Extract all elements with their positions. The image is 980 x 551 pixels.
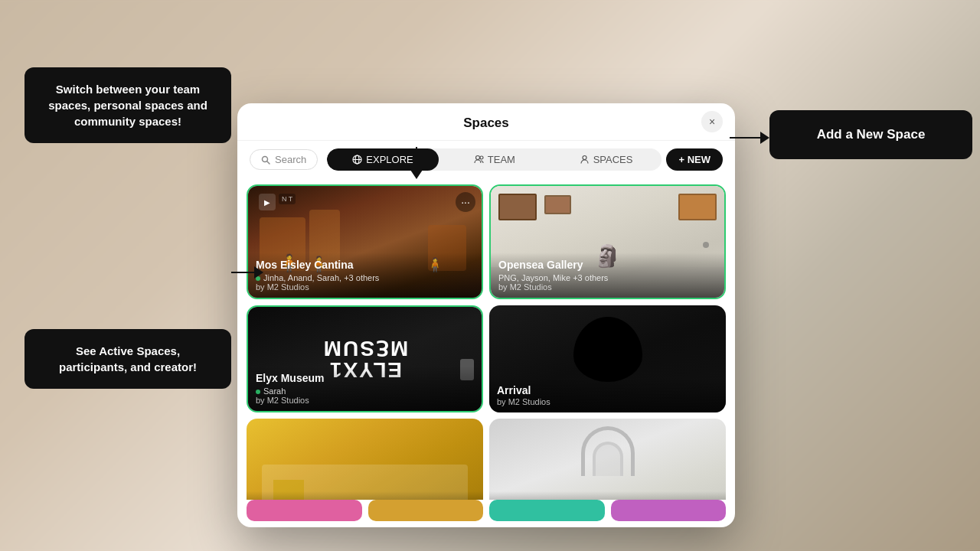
modal-title: Spaces	[463, 116, 509, 131]
spaces-modal: Spaces × Search EXPLORE	[237, 103, 735, 527]
arrow-to-spaces	[231, 266, 263, 279]
mos-eisley-title: Mos Eisley Cantina	[256, 259, 474, 272]
tab-spaces[interactable]: SPACES	[550, 148, 662, 171]
mos-eisley-overlay: Mos Eisley Cantina Jinha, Anand, Sarah, …	[248, 253, 482, 298]
space-card-elyx[interactable]: ELYX1MƐSUM Elyx Museum Sarah by M2 Studi…	[247, 305, 483, 412]
tooltip-switch-spaces: Switch between your team spaces, persona…	[24, 67, 231, 143]
space-card-mars[interactable]: Mars House by Krista K	[247, 419, 483, 500]
svg-point-6	[480, 156, 483, 159]
tab-explore-label: EXPLORE	[366, 154, 413, 165]
more-options-mos-eisley[interactable]: ···	[456, 192, 475, 212]
arrow-to-new-button	[730, 132, 769, 144]
svg-point-5	[475, 156, 479, 160]
tab-team-label: TEAM	[488, 154, 515, 165]
new-button[interactable]: + NEW	[666, 148, 723, 171]
space-card-arc[interactable]: Arc NOVO by Jarlan	[489, 419, 726, 500]
opensea-participants: PNG, Jayson, Mike +3 others	[498, 273, 717, 282]
elyx-overlay: Elyx Museum Sarah by M2 Studios	[248, 366, 482, 411]
mos-eisley-participants: Jinha, Anand, Sarah, +3 others	[256, 273, 474, 282]
svg-line-1	[267, 161, 270, 164]
mos-eisley-creator: by M2 Studios	[256, 282, 474, 292]
tab-spaces-label: SPACES	[593, 154, 633, 165]
globe-icon	[352, 155, 362, 165]
tab-group: EXPLORE TEAM SPACES	[327, 148, 662, 171]
live-dot-elyx	[256, 390, 260, 394]
arrow-to-tabs	[410, 147, 423, 179]
space-card-mos-eisley[interactable]: 🧍 🧍 🧍 ▶ N T ··· Mos Eisley Cantina Jinha…	[247, 184, 483, 299]
search-icon	[261, 155, 270, 165]
preview-1[interactable]	[247, 500, 362, 521]
space-card-opensea[interactable]: 🗿 Opensea Gallery PNG, Jayson, Mike +3 o…	[489, 184, 726, 299]
mars-overlay: Mars House by Krista K	[247, 491, 483, 500]
elyx-participants: Sarah	[256, 386, 474, 396]
space-card-arrival[interactable]: Arrival by M2 Studios	[489, 305, 726, 412]
close-button[interactable]: ×	[701, 111, 723, 132]
tabs-row: Search EXPLORE TEAM	[237, 141, 735, 178]
arrival-overlay: Arrival by M2 Studios	[489, 378, 726, 412]
modal-header: Spaces ×	[237, 103, 735, 141]
opensea-title: Opensea Gallery	[498, 259, 717, 272]
mars-title: Mars House	[254, 497, 475, 500]
preview-2[interactable]	[368, 500, 484, 521]
opensea-overlay: Opensea Gallery PNG, Jayson, Mike +3 oth…	[491, 253, 724, 298]
elyx-title: Elyx Museum	[256, 372, 474, 385]
svg-point-7	[583, 156, 586, 160]
svg-point-0	[263, 156, 268, 161]
arrival-title: Arrival	[497, 384, 718, 397]
elyx-creator: by M2 Studios	[256, 396, 474, 405]
search-label: Search	[275, 154, 306, 165]
preview-3[interactable]	[489, 500, 605, 521]
tooltip-active-spaces: See Active Spaces, participants, and cre…	[24, 329, 231, 389]
tab-team[interactable]: TEAM	[439, 148, 550, 171]
search-box[interactable]: Search	[250, 149, 318, 170]
users-icon	[474, 155, 484, 165]
bottom-previews	[237, 500, 735, 527]
arc-title: Arc NOVO	[497, 497, 718, 500]
tooltip-add-new-space: Add a New Space	[769, 110, 972, 159]
spaces-grid: 🧍 🧍 🧍 ▶ N T ··· Mos Eisley Cantina Jinha…	[237, 178, 735, 500]
preview-4[interactable]	[611, 500, 727, 521]
person-icon	[580, 155, 590, 165]
arrival-creator: by M2 Studios	[497, 397, 718, 406]
opensea-creator: by M2 Studios	[498, 282, 717, 292]
arc-overlay: Arc NOVO by Jarlan	[489, 491, 726, 500]
